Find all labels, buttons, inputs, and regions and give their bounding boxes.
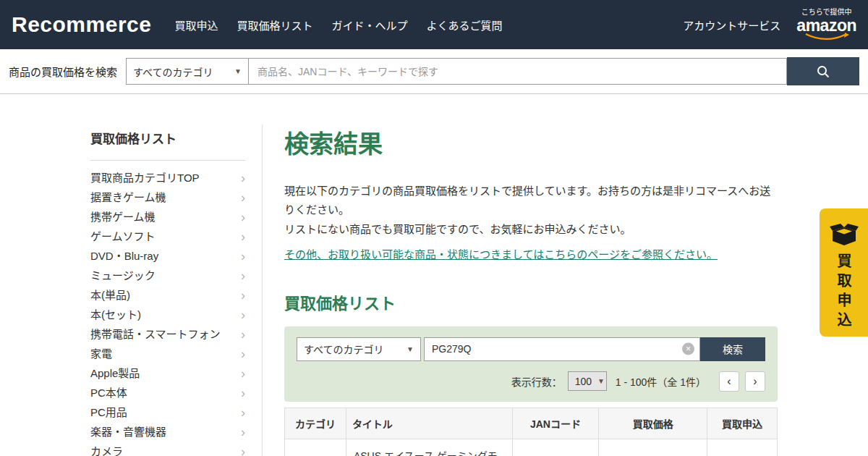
- chevron-right-icon: ›: [241, 250, 245, 263]
- cell-jan: [512, 439, 599, 456]
- nav-guide-help[interactable]: ガイド・ヘルプ: [331, 17, 407, 33]
- box-icon: [830, 221, 859, 246]
- chevron-right-icon: ›: [241, 230, 245, 243]
- sidebar-item[interactable]: ゲームソフト›: [90, 227, 245, 246]
- sidebar-item[interactable]: 買取商品カテゴリTOP›: [90, 168, 245, 187]
- sidebar-item[interactable]: Apple製品›: [90, 363, 245, 383]
- sidebar-item[interactable]: カメラ›: [90, 442, 245, 456]
- sidebar-title: 買取価格リスト: [90, 124, 245, 161]
- search-icon: [816, 64, 830, 79]
- sidebar-item[interactable]: 楽器・音響機器›: [90, 422, 245, 442]
- main-content: 検索結果 現在以下のカテゴリの商品買取価格をリストで提供しています。お持ちの方は…: [263, 124, 778, 456]
- price-table: カテゴリ タイトル JANコード 買取価格 買取申込 ASUS エイスース ゲー…: [284, 408, 778, 456]
- other-products-link[interactable]: その他、お取り扱い可能な商品・状態につきましてはこちらのページをご参照ください。: [284, 246, 718, 261]
- chevron-right-icon: ›: [241, 426, 245, 439]
- clear-input-icon[interactable]: ×: [682, 343, 694, 355]
- caret-down-icon: ▼: [407, 345, 414, 353]
- global-search-label: 商品の買取価格を検索: [9, 64, 117, 79]
- caret-down-icon: ▼: [234, 67, 242, 75]
- buyback-apply-side-tab[interactable]: 買取申込: [820, 208, 868, 337]
- nav-buyback-apply[interactable]: 買取申込: [174, 17, 218, 33]
- chevron-right-icon: ›: [241, 211, 245, 224]
- global-search-strip: 商品の買取価格を検索 すべてのカテゴリ ▼: [0, 49, 868, 94]
- chevron-right-icon: ›: [241, 289, 245, 302]
- amazon-smile-icon: [804, 33, 849, 41]
- nav-price-list[interactable]: 買取価格リスト: [237, 17, 312, 33]
- cell-price: [599, 439, 707, 456]
- sidebar-item[interactable]: PC用品›: [90, 402, 245, 422]
- sidebar-item[interactable]: 据置きゲーム機›: [90, 187, 245, 207]
- cell-title: ASUS エイスース ゲーミングモニ: [346, 439, 512, 456]
- sidebar: 買取価格リスト 買取商品カテゴリTOP› 据置きゲーム機› 携帯ゲーム機› ゲー…: [90, 124, 263, 456]
- chevron-right-icon: ›: [241, 191, 245, 204]
- col-header-price: 買取価格: [599, 408, 707, 439]
- chevron-right-icon: ›: [241, 406, 245, 419]
- chevron-right-icon: ›: [241, 367, 245, 380]
- chevron-right-icon: ›: [241, 328, 245, 341]
- sidebar-item[interactable]: 携帯電話・スマートフォン›: [90, 324, 245, 344]
- amazon-wordmark: amazon: [796, 17, 856, 34]
- sidebar-item[interactable]: 携帯ゲーム機›: [90, 207, 245, 227]
- filter-row-search: すべてのカテゴリ ▼ × 検索: [297, 337, 765, 361]
- rows-per-page-label: 表示行数：: [511, 374, 562, 389]
- next-page-button[interactable]: ›: [745, 371, 765, 392]
- filter-panel: すべてのカテゴリ ▼ × 検索 表示行数： 100 ▼ 1 - 100件（全 1…: [284, 326, 778, 402]
- intro-text: 現在以下のカテゴリの商品買取価格をリストで提供しています。お持ちの方は是非リコマ…: [284, 182, 778, 239]
- cell-apply: [707, 439, 778, 456]
- keyword-input-wrap: ×: [424, 337, 700, 361]
- table-row: ASUS エイスース ゲーミングモニ: [285, 439, 778, 456]
- site-logo[interactable]: Recommerce: [12, 12, 151, 37]
- account-service-link[interactable]: アカウントサービス: [683, 17, 780, 33]
- chevron-right-icon: ›: [241, 445, 245, 456]
- content-container: 買取価格リスト 買取商品カテゴリTOP› 据置きゲーム機› 携帯ゲーム機› ゲー…: [90, 94, 778, 456]
- sidebar-item[interactable]: ミュージック›: [90, 266, 245, 285]
- sidebar-item[interactable]: 本(単品)›: [90, 285, 245, 305]
- rows-per-page-value: 100: [575, 376, 592, 387]
- top-navbar: Recommerce 買取申込 買取価格リスト ガイド・ヘルプ よくあるご質問 …: [0, 0, 868, 49]
- price-list-section-title: 買取価格リスト: [284, 290, 778, 313]
- sidebar-item[interactable]: 家電›: [90, 344, 245, 363]
- amazon-logo[interactable]: こちらで提供中 amazon: [796, 9, 856, 41]
- global-search-button[interactable]: [787, 57, 859, 85]
- table-header-row: カテゴリ タイトル JANコード 買取価格 買取申込: [285, 408, 778, 439]
- prev-page-button[interactable]: ‹: [719, 371, 739, 392]
- caret-down-icon: ▼: [597, 377, 605, 385]
- sidebar-item[interactable]: 本(セット)›: [90, 305, 245, 324]
- global-category-select[interactable]: すべてのカテゴリ ▼: [126, 58, 249, 85]
- col-header-title: タイトル: [346, 408, 512, 439]
- filter-category-select-value: すべてのカテゴリ: [304, 342, 383, 356]
- result-range-text: 1 - 100件（全 1件）: [616, 374, 706, 389]
- page-title: 検索結果: [284, 124, 778, 160]
- col-header-category: カテゴリ: [285, 408, 346, 439]
- col-header-apply: 買取申込: [707, 408, 778, 439]
- chevron-right-icon: ›: [241, 269, 245, 282]
- sidebar-category-list: 買取商品カテゴリTOP› 据置きゲーム機› 携帯ゲーム機› ゲームソフト› DV…: [90, 168, 245, 456]
- cell-category: [285, 439, 346, 456]
- amazon-tagline: こちらで提供中: [801, 9, 852, 16]
- side-tab-label: 買取申込: [833, 253, 854, 332]
- sidebar-item[interactable]: PC本体›: [90, 383, 245, 402]
- keyword-input[interactable]: [424, 337, 700, 361]
- sidebar-item[interactable]: DVD・Blu-ray›: [90, 246, 245, 266]
- global-category-select-value: すべてのカテゴリ: [133, 64, 213, 79]
- filter-row-pagination: 表示行数： 100 ▼ 1 - 100件（全 1件） ‹ ›: [297, 371, 765, 392]
- global-search-group: すべてのカテゴリ ▼: [126, 57, 859, 85]
- col-header-jan: JANコード: [512, 408, 599, 439]
- nav-faq[interactable]: よくあるご質問: [426, 17, 502, 33]
- chevron-right-icon: ›: [241, 172, 245, 185]
- chevron-right-icon: ›: [241, 308, 245, 321]
- global-search-input[interactable]: [249, 58, 787, 85]
- filter-category-select[interactable]: すべてのカテゴリ ▼: [297, 337, 421, 361]
- chevron-right-icon: ›: [241, 347, 245, 360]
- topbar-right: アカウントサービス こちらで提供中 amazon: [683, 9, 856, 41]
- filter-search-button[interactable]: 検索: [700, 337, 765, 361]
- main-nav: 買取申込 買取価格リスト ガイド・ヘルプ よくあるご質問: [174, 17, 502, 33]
- rows-per-page-select[interactable]: 100 ▼: [568, 371, 607, 391]
- chevron-right-icon: ›: [241, 387, 245, 400]
